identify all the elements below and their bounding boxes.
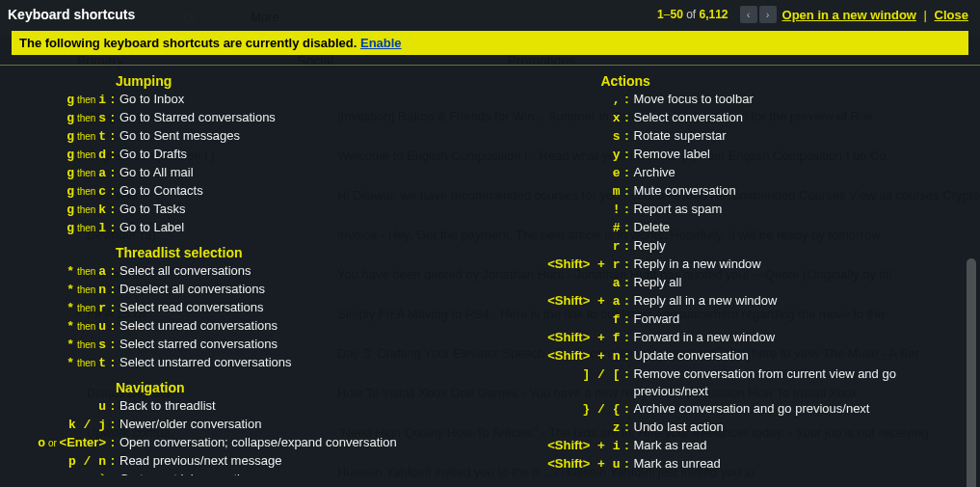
shortcut-key: g then s xyxy=(10,110,106,127)
message-counter: 1–50 of 6,112 xyxy=(657,8,728,21)
shortcut-row: * then t:Select unstarred conversations xyxy=(10,354,486,372)
shortcut-key: s xyxy=(495,128,621,146)
shortcut-desc: Newer/older conversation xyxy=(119,416,486,433)
shortcuts-column-right: Actions,:Move focus to toolbarx:Select c… xyxy=(495,66,971,475)
shortcut-key: <Shift> + i xyxy=(495,437,621,455)
shortcut-key: g then c xyxy=(10,183,106,201)
shortcut-row: _:Mark unread from the selected message xyxy=(495,473,971,475)
shortcut-desc: Archive xyxy=(634,164,971,181)
shortcut-row: * then a:Select all conversations xyxy=(10,262,486,281)
shortcut-desc: Select read conversations xyxy=(119,299,486,316)
shortcut-key: p / n xyxy=(10,453,106,471)
shortcut-row: r:Reply xyxy=(495,237,971,256)
disabled-banner: The following keyboard shortcuts are cur… xyxy=(12,31,968,55)
shortcut-key: # xyxy=(495,220,621,237)
shortcut-desc: Reply all in a new window xyxy=(634,292,971,310)
shortcut-key: <Shift> + a xyxy=(495,292,621,311)
shortcut-desc: Go to Contacts xyxy=(119,182,486,200)
shortcut-desc: Reply xyxy=(634,237,971,255)
shortcut-row: <Shift> + a:Reply all in a new window xyxy=(495,292,971,311)
shortcut-key: ` xyxy=(10,472,106,475)
shortcut-row: u:Back to threadlist xyxy=(10,397,486,416)
shortcut-row: <Shift> + i:Mark as read xyxy=(495,437,971,455)
shortcut-key: g then t xyxy=(10,128,106,146)
shortcut-key: * then n xyxy=(10,282,106,299)
shortcut-desc: Delete xyxy=(634,219,971,236)
shortcut-key: e xyxy=(495,165,621,182)
shortcut-row: `:Go to next inbox section xyxy=(10,471,486,475)
shortcut-row: g then c:Go to Contacts xyxy=(10,182,486,201)
shortcut-key: } / { xyxy=(495,401,621,419)
next-page-button[interactable]: › xyxy=(759,6,777,23)
shortcut-key: * then u xyxy=(10,318,106,336)
shortcut-desc: Move focus to toolbar xyxy=(634,91,971,108)
shortcut-desc: Reply all xyxy=(634,274,971,291)
shortcut-desc: Archive conversation and go previous/nex… xyxy=(634,400,971,418)
shortcut-row: * then u:Select unread conversations xyxy=(10,317,486,336)
shortcut-key: a xyxy=(495,275,621,292)
shortcut-key: <Shift> + n xyxy=(495,347,621,365)
shortcut-row: * then r:Select read conversations xyxy=(10,299,486,317)
enable-link[interactable]: Enable xyxy=(360,36,402,50)
shortcut-row: g then s:Go to Starred conversations xyxy=(10,109,486,127)
shortcut-key: f xyxy=(495,311,621,329)
shortcut-key: ! xyxy=(495,202,621,219)
shortcut-key: _ xyxy=(495,474,621,475)
shortcut-desc: Mark unread from the selected message xyxy=(634,473,971,475)
shortcut-desc: Open conversation; collapse/expand conve… xyxy=(119,434,486,451)
shortcut-key: * then r xyxy=(10,300,106,317)
shortcut-row: } / {:Archive conversation and go previo… xyxy=(495,400,971,419)
shortcut-key: * then s xyxy=(10,337,106,354)
shortcut-row: g then l:Go to Label xyxy=(10,219,486,237)
shortcut-row: * then s:Select starred conversations xyxy=(10,336,486,354)
shortcut-key: g then l xyxy=(10,220,106,237)
shortcuts-overlay: Keyboard shortcuts 1–50 of 6,112 ‹ › Ope… xyxy=(0,0,980,487)
shortcut-key: m xyxy=(495,183,621,201)
shortcut-desc: Select conversation xyxy=(634,109,971,126)
close-link[interactable]: Close xyxy=(935,8,968,22)
shortcut-key: * then a xyxy=(10,263,106,281)
shortcut-row: g then a:Go to All mail xyxy=(10,164,486,182)
shortcut-row: <Shift> + f:Forward in a new window xyxy=(495,329,971,347)
shortcut-desc: Select unread conversations xyxy=(119,317,486,335)
shortcut-key: , xyxy=(495,92,621,109)
shortcut-key: o or <Enter> xyxy=(10,434,106,452)
shortcut-desc: Forward in a new window xyxy=(634,329,971,346)
shortcut-key: g then i xyxy=(10,92,106,109)
shortcut-desc: Rotate superstar xyxy=(634,127,971,145)
shortcut-row: g then t:Go to Sent messages xyxy=(10,127,486,146)
shortcut-row: g then d:Go to Drafts xyxy=(10,146,486,164)
shortcut-row: o or <Enter>:Open conversation; collapse… xyxy=(10,434,486,452)
scrollbar[interactable] xyxy=(967,258,976,487)
shortcut-row: x:Select conversation xyxy=(495,109,971,127)
shortcut-row: s:Rotate superstar xyxy=(495,127,971,146)
shortcut-key: g then a xyxy=(10,165,106,182)
shortcut-row: #:Delete xyxy=(495,219,971,237)
section-title: Threadlist selection xyxy=(116,245,486,260)
shortcut-key: y xyxy=(495,147,621,164)
shortcut-desc: Deselect all conversations xyxy=(119,281,486,298)
shortcut-desc: Update conversation xyxy=(634,347,971,365)
shortcut-row: p / n:Read previous/next message xyxy=(10,452,486,471)
section-title: Actions xyxy=(601,73,971,89)
shortcut-desc: Read previous/next message xyxy=(119,452,486,470)
shortcut-desc: Undo last action xyxy=(634,419,971,436)
shortcut-key: z xyxy=(495,419,621,437)
shortcut-desc: Go to Sent messages xyxy=(119,127,486,145)
shortcut-key: g then d xyxy=(10,147,106,164)
shortcut-desc: Go to Inbox xyxy=(119,91,486,108)
shortcut-row: <Shift> + r:Reply in a new window xyxy=(495,256,971,274)
shortcut-row: f:Forward xyxy=(495,311,971,329)
shortcut-row: <Shift> + n:Update conversation xyxy=(495,347,971,365)
shortcut-desc: Remove conversation from current view an… xyxy=(634,365,971,400)
shortcut-desc: Report as spam xyxy=(634,201,971,218)
shortcut-row: z:Undo last action xyxy=(495,419,971,437)
shortcut-desc: Go to Drafts xyxy=(119,146,486,163)
shortcut-row: k / j:Newer/older conversation xyxy=(10,416,486,434)
open-new-window-link[interactable]: Open in a new window xyxy=(782,8,916,22)
shortcut-desc: Go to All mail xyxy=(119,164,486,181)
shortcut-row: * then n:Deselect all conversations xyxy=(10,281,486,299)
shortcut-row: y:Remove label xyxy=(495,146,971,164)
shortcut-row: !:Report as spam xyxy=(495,201,971,219)
prev-page-button[interactable]: ‹ xyxy=(740,6,757,23)
